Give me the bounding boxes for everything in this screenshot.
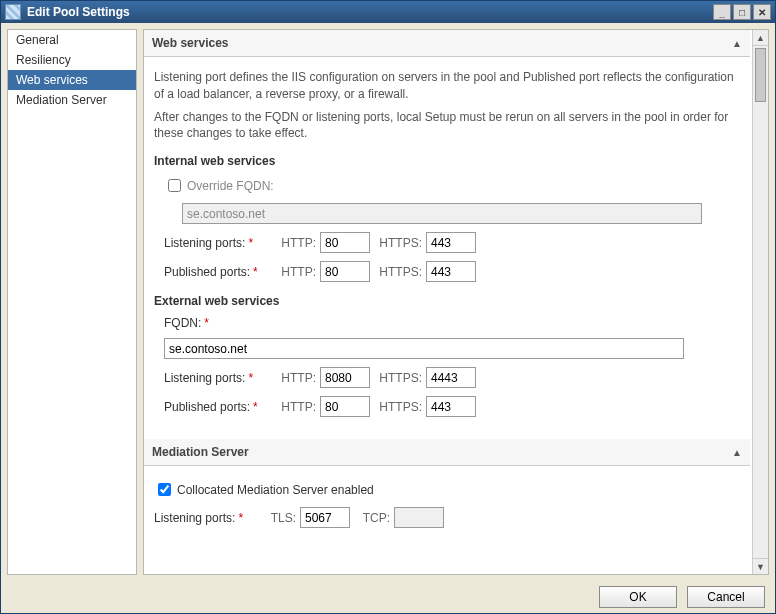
tcp-label: TCP:	[350, 511, 394, 525]
nav-item-web-services[interactable]: Web services	[8, 70, 136, 90]
listening-ports-label: Listening ports:*	[164, 371, 276, 385]
maximize-button[interactable]: □	[733, 4, 751, 20]
section-body-mediation-server: Collocated Mediation Server enabled List…	[144, 466, 750, 550]
dialog-body: General Resiliency Web services Mediatio…	[1, 23, 775, 581]
internal-web-services-heading: Internal web services	[154, 154, 740, 168]
external-published-ports-row: Published ports:* HTTP: HTTPS:	[154, 396, 740, 417]
nav-item-label: Resiliency	[16, 53, 71, 67]
listening-ports-label: Listening ports:*	[164, 236, 276, 250]
collapse-icon: ▲	[732, 447, 742, 458]
override-fqdn-row: Override FQDN:	[154, 176, 740, 195]
scroll-thumb[interactable]	[755, 48, 766, 102]
fqdn-label: FQDN:*	[164, 316, 212, 330]
external-listen-https-field[interactable]	[426, 367, 476, 388]
tcp-port-field	[394, 507, 444, 528]
external-pub-https-field[interactable]	[426, 396, 476, 417]
http-label: HTTP:	[276, 400, 320, 414]
title-bar: Edit Pool Settings _ □ ✕	[1, 1, 775, 23]
tls-label: TLS:	[266, 511, 300, 525]
http-label: HTTP:	[276, 371, 320, 385]
internal-pub-http-field[interactable]	[320, 261, 370, 282]
http-label: HTTP:	[276, 236, 320, 250]
section-header-web-services[interactable]: Web services ▲	[144, 30, 750, 57]
main-panel: Web services ▲ Listening port defines th…	[143, 29, 769, 575]
external-fqdn-field[interactable]	[164, 338, 684, 359]
collocated-label: Collocated Mediation Server enabled	[177, 483, 374, 497]
published-ports-label: Published ports:*	[164, 400, 276, 414]
https-label: HTTPS:	[370, 400, 426, 414]
window: Edit Pool Settings _ □ ✕ General Resilie…	[0, 0, 776, 614]
https-label: HTTPS:	[370, 265, 426, 279]
dialog-footer: OK Cancel	[1, 581, 775, 613]
nav-sidebar: General Resiliency Web services Mediatio…	[7, 29, 137, 575]
minimize-button[interactable]: _	[713, 4, 731, 20]
internal-listen-http-field[interactable]	[320, 232, 370, 253]
internal-pub-https-field[interactable]	[426, 261, 476, 282]
override-fqdn-label: Override FQDN:	[187, 179, 274, 193]
nav-item-label: Web services	[16, 73, 88, 87]
cancel-button[interactable]: Cancel	[687, 586, 765, 608]
nav-item-general[interactable]: General	[8, 30, 136, 50]
app-icon	[5, 4, 21, 20]
http-label: HTTP:	[276, 265, 320, 279]
listening-ports-label: Listening ports:*	[154, 511, 266, 525]
scrollbar[interactable]: ▲ ▼	[752, 30, 768, 574]
collocated-checkbox[interactable]	[158, 483, 171, 496]
tls-port-field[interactable]	[300, 507, 350, 528]
internal-published-ports-row: Published ports:* HTTP: HTTPS:	[154, 261, 740, 282]
close-button[interactable]: ✕	[753, 4, 771, 20]
ok-button[interactable]: OK	[599, 586, 677, 608]
section-title: Mediation Server	[152, 445, 249, 459]
external-listen-http-field[interactable]	[320, 367, 370, 388]
override-fqdn-checkbox[interactable]	[168, 179, 181, 192]
nav-item-label: General	[16, 33, 59, 47]
mediation-listening-ports-row: Listening ports:* TLS: TCP:	[154, 507, 740, 528]
internal-listen-https-field[interactable]	[426, 232, 476, 253]
external-fqdn-row: FQDN:*	[154, 316, 740, 330]
web-services-description-1: Listening port defines the IIS configura…	[154, 69, 740, 103]
scroll-up-icon[interactable]: ▲	[753, 30, 768, 46]
web-services-description-2: After changes to the FQDN or listening p…	[154, 109, 740, 143]
external-listening-ports-row: Listening ports:* HTTP: HTTPS:	[154, 367, 740, 388]
nav-item-resiliency[interactable]: Resiliency	[8, 50, 136, 70]
https-label: HTTPS:	[370, 236, 426, 250]
section-title: Web services	[152, 36, 229, 50]
https-label: HTTPS:	[370, 371, 426, 385]
nav-item-mediation-server[interactable]: Mediation Server	[8, 90, 136, 110]
external-pub-http-field[interactable]	[320, 396, 370, 417]
published-ports-label: Published ports:*	[164, 265, 276, 279]
internal-listening-ports-row: Listening ports:* HTTP: HTTPS:	[154, 232, 740, 253]
external-web-services-heading: External web services	[154, 294, 740, 308]
section-header-mediation-server[interactable]: Mediation Server ▲	[144, 439, 750, 466]
nav-item-label: Mediation Server	[16, 93, 107, 107]
internal-fqdn-field	[182, 203, 702, 224]
collapse-icon: ▲	[732, 38, 742, 49]
window-title: Edit Pool Settings	[27, 5, 130, 19]
section-body-web-services: Listening port defines the IIS configura…	[144, 57, 750, 439]
scroll-down-icon[interactable]: ▼	[753, 558, 768, 574]
collocated-row: Collocated Mediation Server enabled	[154, 480, 740, 499]
main-content: Web services ▲ Listening port defines th…	[144, 30, 752, 574]
